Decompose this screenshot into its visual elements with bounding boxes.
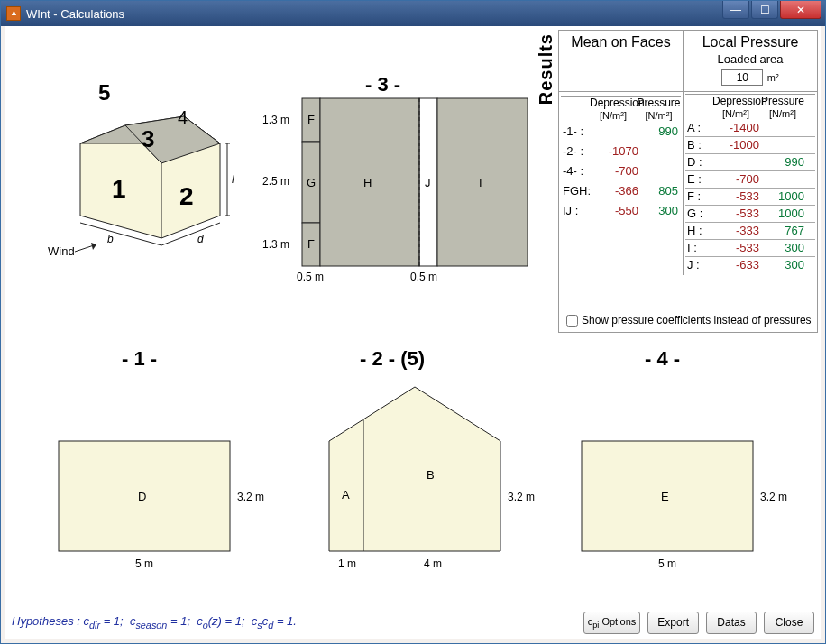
local-dep-header: Depression[N/m²] (712, 95, 759, 120)
svg-text:B: B (427, 468, 435, 482)
local-column: Depression[N/m²] Pressure[N/m²] A :-1400… (684, 92, 817, 275)
svg-text:4 m: 4 m (424, 557, 442, 570)
svg-text:F: F (307, 237, 315, 251)
show-coef-input[interactable] (566, 315, 578, 327)
svg-text:3: 3 (142, 125, 154, 152)
loaded-area-unit: m² (767, 72, 779, 83)
svg-text:5 m: 5 m (135, 557, 153, 570)
svg-text:d: d (197, 233, 204, 245)
house-diagram: 1 2 3 4 5 b d h Wind (26, 62, 234, 261)
svg-text:A: A (342, 488, 350, 501)
diag1-title: - 1 - (122, 347, 157, 371)
table-row: -2- :-1070 (561, 142, 681, 161)
table-row: G :-5331000 (685, 206, 815, 223)
table-row: A :-1400 (685, 120, 815, 137)
loaded-area-input[interactable] (721, 69, 763, 86)
button-bar: cpi Options Export Datas Close (583, 612, 814, 634)
client-area: Results Mean on Faces Local Pressure Loa… (5, 26, 821, 639)
show-coefficients-checkbox[interactable]: Show pressure coefficients instead of pr… (566, 314, 812, 327)
diag2-title: - 2 - (5) (360, 347, 425, 371)
svg-text:I: I (479, 176, 482, 189)
minimize-button[interactable]: — (722, 1, 749, 19)
hypotheses-text: Hypotheses : cdir = 1; cseason = 1; co(z… (12, 614, 297, 630)
app-window: WInt - Calculations — ☐ ✕ Results Mean o… (0, 0, 826, 644)
table-row: F :-5331000 (685, 189, 815, 206)
window-close-button[interactable]: ✕ (780, 1, 821, 19)
svg-marker-42 (329, 387, 500, 551)
svg-text:3.2 m: 3.2 m (237, 491, 264, 503)
table-row: B :-1000 (685, 137, 815, 154)
loaded-area-label: Loaded area (684, 51, 817, 68)
mean-column: Depression[N/m²] Pressure[N/m²] -1- :990… (559, 92, 684, 275)
table-row: FGH:-366805 (561, 181, 681, 201)
svg-text:2: 2 (179, 182, 194, 210)
table-row: -1- :990 (561, 122, 681, 142)
svg-text:1.3 m: 1.3 m (262, 238, 289, 251)
svg-text:G: G (307, 176, 316, 189)
table-row: I :-533300 (685, 240, 815, 257)
datas-button[interactable]: Datas (706, 612, 757, 634)
svg-text:3.2 m: 3.2 m (508, 491, 535, 503)
mean-pre-header: Pressure[N/m²] (637, 97, 681, 122)
local-pressure-label: Local Pressure (684, 34, 817, 51)
face3-diagram: F G F H J I 1.3 m 2.5 m 1.3 m 0.5 m 0.5 … (257, 80, 546, 288)
diag4-title: - 4 - (645, 347, 680, 371)
title-bar[interactable]: WInt - Calculations — ☐ ✕ (1, 1, 825, 26)
svg-text:5 m: 5 m (658, 557, 676, 570)
svg-text:0.5 m: 0.5 m (297, 271, 324, 283)
mean-dep-header: Depression[N/m²] (590, 97, 637, 122)
export-button[interactable]: Export (647, 612, 699, 634)
svg-text:1 m: 1 m (338, 557, 356, 570)
svg-text:1.3 m: 1.3 m (262, 114, 289, 126)
local-pre-header: Pressure[N/m²] (759, 95, 806, 120)
svg-text:b: b (107, 233, 114, 245)
svg-text:H: H (363, 176, 372, 189)
window-title: WInt - Calculations (26, 7, 124, 21)
svg-text:1: 1 (112, 175, 126, 203)
results-panel: Mean on Faces Local Pressure Loaded area… (558, 30, 818, 333)
svg-text:5: 5 (98, 80, 110, 105)
app-icon (6, 6, 21, 21)
svg-text:Wind: Wind (48, 244, 75, 258)
face2-diagram: A B 3.2 m 1 m 4 m (311, 378, 546, 585)
svg-text:0.5 m: 0.5 m (410, 271, 437, 283)
table-row: H :-333767 (685, 223, 815, 240)
close-button[interactable]: Close (764, 612, 814, 634)
svg-text:2.5 m: 2.5 m (262, 175, 289, 188)
svg-text:h: h (232, 173, 234, 186)
table-row: -4- :-700 (561, 161, 681, 181)
svg-text:E: E (661, 490, 669, 503)
cpi-options-button[interactable]: cpi Options (583, 612, 641, 634)
table-row: D :990 (685, 154, 815, 171)
svg-text:J: J (425, 176, 431, 189)
face4-diagram: E 3.2 m 5 m (564, 378, 798, 585)
svg-text:3.2 m: 3.2 m (760, 491, 787, 503)
svg-text:F: F (307, 113, 315, 126)
maximize-button[interactable]: ☐ (751, 1, 778, 19)
table-row: E :-700 (685, 171, 815, 189)
mean-header: Mean on Faces (559, 31, 684, 91)
svg-rect-26 (437, 98, 528, 266)
face1-diagram: D 3.2 m 5 m (41, 378, 275, 585)
table-row: J :-633300 (685, 257, 815, 273)
local-header: Local Pressure Loaded area m² (684, 31, 817, 91)
svg-text:D: D (138, 490, 146, 503)
table-row: IJ :-550300 (561, 201, 681, 221)
svg-text:4: 4 (178, 107, 188, 127)
